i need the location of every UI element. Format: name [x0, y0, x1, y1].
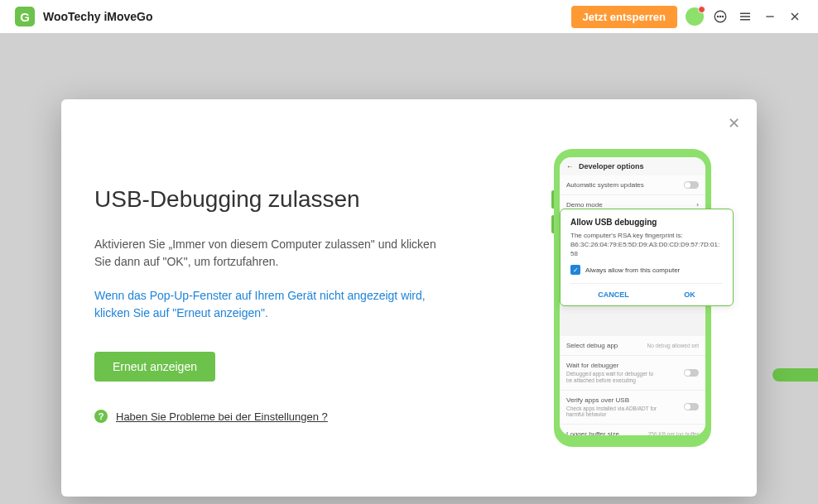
modal-close-icon[interactable]: ✕	[728, 114, 740, 132]
help-icon: ?	[94, 410, 108, 423]
menu-icon[interactable]	[737, 8, 753, 25]
avatar-icon[interactable]	[686, 7, 704, 26]
chevron-right-icon: ›	[696, 201, 699, 209]
help-link[interactable]: Haben Sie Probleme bei der Einstellungen…	[116, 410, 328, 423]
main-area: ✕ USB-Debugging zulassen Aktivieren Sie …	[0, 33, 818, 504]
toggle-icon	[684, 369, 699, 377]
usb-cancel-button: CANCEL	[598, 290, 629, 299]
row-label: Automatic system updates	[566, 181, 644, 189]
row-col: Verify apps over USB Check apps installe…	[566, 396, 657, 419]
app-header: G WooTechy iMoveGo Jetzt entsperren	[0, 0, 818, 33]
row-label: Select debug app	[566, 342, 618, 349]
screen-title: Developer options	[579, 162, 644, 170]
row-value: No debug allowed set	[647, 343, 699, 348]
feedback-icon[interactable]	[712, 8, 729, 25]
row-sublabel: Check apps installed via ADB/ADT for har…	[566, 406, 657, 419]
phone-notch	[608, 149, 657, 157]
row-logger-buffer: Logger buffer size 256 KB per log buffer	[560, 425, 705, 435]
row-verify-usb: Verify apps over USB Check apps installe…	[560, 391, 705, 425]
row-label: Verify apps over USB	[566, 396, 657, 404]
usb-always-row: ✓ Always allow from this computer	[570, 265, 723, 275]
svg-point-3	[722, 16, 723, 17]
usb-ok-button: OK	[684, 290, 695, 299]
toggle-icon	[684, 403, 699, 410]
header-actions: Jetzt entsperren	[571, 6, 803, 28]
minimize-icon[interactable]	[762, 8, 778, 25]
progress-accent	[772, 368, 818, 382]
app-title: WooTechy iMoveGo	[43, 10, 153, 23]
row-auto-update: Automatic system updates	[560, 175, 705, 195]
usb-debugging-modal: ✕ USB-Debugging zulassen Aktivieren Sie …	[61, 99, 757, 497]
row-col: Wait for debugger Debugged apps wait for…	[566, 362, 657, 384]
row-sublabel: Debugged apps wait for debugger to be at…	[566, 371, 657, 384]
svg-point-2	[719, 16, 720, 17]
modal-description: Aktivieren Sie „Immer von diesem Compute…	[94, 236, 442, 271]
row-label: Demo mode	[566, 201, 603, 209]
modal-hint: Wenn das Pop-Up-Fenster auf Ihrem Gerät …	[94, 287, 442, 322]
modal-content: USB-Debugging zulassen Aktivieren Sie „I…	[94, 132, 541, 463]
row-wait-debugger: Wait for debugger Debugged apps wait for…	[560, 356, 705, 391]
checkbox-checked-icon: ✓	[570, 265, 580, 275]
svg-point-1	[717, 16, 718, 17]
unlock-button[interactable]: Jetzt entsperren	[571, 6, 677, 28]
usb-always-label: Always allow from this computer	[585, 266, 680, 274]
app-logo: G	[15, 7, 35, 26]
phone-illustration: ← Developer options Automatic system upd…	[541, 132, 724, 463]
usb-dialog-actions: CANCEL OK	[570, 283, 723, 299]
help-row: ? Haben Sie Probleme bei der Einstellung…	[94, 410, 508, 423]
row-value: 256 KB per log buffer	[648, 431, 699, 435]
row-label: Logger buffer size	[566, 430, 619, 435]
usb-dialog-title: Allow USB debugging	[570, 218, 723, 227]
row-label: Wait for debugger	[566, 362, 657, 369]
toggle-icon	[684, 181, 699, 189]
back-arrow-icon: ←	[566, 162, 574, 170]
close-icon[interactable]	[787, 8, 803, 25]
usb-text-line: The computer's RSA key fingerprint is:	[570, 232, 683, 239]
screen-header: ← Developer options	[560, 157, 705, 175]
retry-button[interactable]: Erneut anzeigen	[94, 352, 215, 382]
modal-title: USB-Debugging zulassen	[94, 186, 508, 213]
usb-fingerprint: B6:3C:26:04:79:E5:5D:D9:A3:D0:CD:D9:57:7…	[570, 241, 719, 257]
row-select-debug: Select debug app No debug allowed set	[560, 336, 705, 356]
usb-dialog-text: The computer's RSA key fingerprint is: B…	[570, 232, 723, 258]
usb-allow-dialog: Allow USB debugging The computer's RSA k…	[560, 209, 734, 306]
